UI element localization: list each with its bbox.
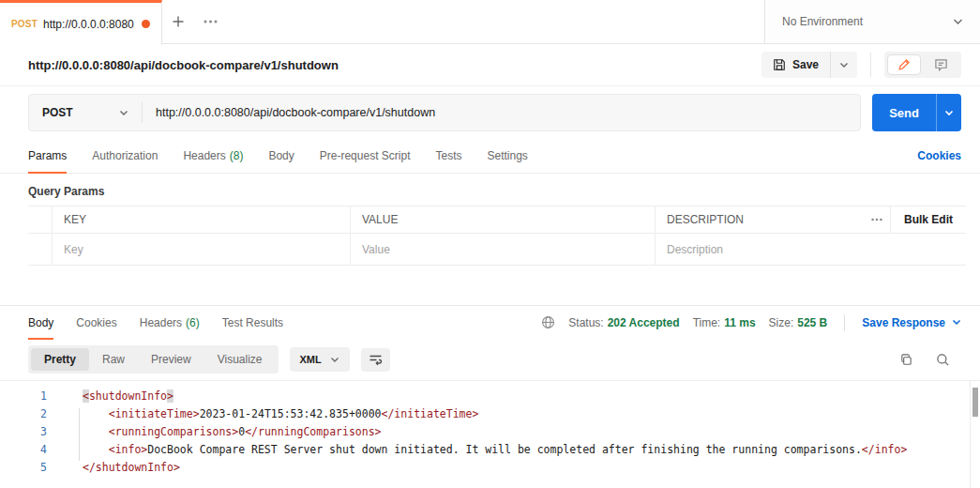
view-pretty-button[interactable]: Pretty xyxy=(31,348,89,371)
tab-options-button[interactable] xyxy=(194,0,226,43)
tab-body[interactable]: Body xyxy=(268,139,294,173)
url-input[interactable] xyxy=(143,95,860,130)
save-response-button[interactable]: Save Response xyxy=(862,316,961,329)
response-tab-headers[interactable]: Headers(6) xyxy=(140,306,200,339)
status-badge: Status: 202 Accepted xyxy=(568,316,679,329)
query-params-table: KEY VALUE DESCRIPTION Bulk Edit xyxy=(28,206,966,266)
params-menu-button[interactable] xyxy=(863,206,891,233)
bulk-edit-button[interactable]: Bulk Edit xyxy=(891,206,966,233)
indent-guide xyxy=(79,408,80,461)
param-value-input[interactable] xyxy=(362,243,643,256)
headers-count: (8) xyxy=(230,149,244,162)
unsaved-changes-dot xyxy=(142,20,150,28)
tab-params[interactable]: Params xyxy=(28,139,67,173)
copy-icon xyxy=(899,353,913,367)
request-tab[interactable]: POST http://0.0.0.0:8080/ap xyxy=(0,0,162,45)
chevron-down-icon xyxy=(944,110,954,116)
table-row xyxy=(28,234,966,266)
save-response-label: Save Response xyxy=(862,316,945,329)
comment-button[interactable] xyxy=(924,54,958,75)
status-label: Status: xyxy=(568,316,603,329)
tab-tests[interactable]: Tests xyxy=(435,139,461,173)
edit-comment-group xyxy=(884,52,961,78)
globe-icon[interactable] xyxy=(541,315,555,329)
size-badge: Size: 525 B xyxy=(769,316,828,329)
tab-label: Tests xyxy=(435,149,461,162)
scrollbar-thumb[interactable] xyxy=(972,388,978,417)
tab-label: Body xyxy=(268,149,294,162)
response-meta-bar: Body Cookies Headers(6) Test Results Sta… xyxy=(0,305,980,339)
row-handle-cell xyxy=(28,206,53,233)
response-toolbar: Pretty Raw Preview Visualize XML xyxy=(0,339,980,380)
search-response-button[interactable] xyxy=(936,353,950,367)
time-badge: Time: 11 ms xyxy=(693,316,756,329)
view-preview-button[interactable]: Preview xyxy=(138,348,204,371)
tab-label: Params xyxy=(28,149,67,162)
request-builder-row: POST Send xyxy=(0,86,980,139)
tab-method-label: POST xyxy=(11,19,38,29)
status-value: 202 Accepted xyxy=(608,316,680,329)
divider xyxy=(970,381,971,488)
divider xyxy=(870,53,871,77)
wrap-text-icon xyxy=(369,354,383,366)
request-title-row: http://0.0.0.0:8080/api/docbook-compare/… xyxy=(0,44,980,86)
tab-headers[interactable]: Headers(8) xyxy=(183,139,243,173)
response-body-editor[interactable]: 12345 <shutdownInfo> <initiateTime>2023-… xyxy=(0,380,980,488)
tab-pre-request-script[interactable]: Pre-request Script xyxy=(320,139,411,173)
row-handle-cell xyxy=(28,234,53,265)
pencil-icon xyxy=(897,58,911,71)
time-label: Time: xyxy=(693,316,721,329)
search-icon xyxy=(936,353,950,367)
code-gutter: 12345 xyxy=(0,388,58,488)
wrap-text-button[interactable] xyxy=(361,348,390,372)
response-tab-body[interactable]: Body xyxy=(28,306,53,339)
cookies-link[interactable]: Cookies xyxy=(917,149,961,162)
method-label: POST xyxy=(42,106,73,119)
send-button-label: Send xyxy=(889,106,919,120)
tab-label: Headers xyxy=(183,149,225,162)
format-select[interactable]: XML xyxy=(290,347,350,372)
save-options-button[interactable] xyxy=(831,55,857,75)
param-key-input[interactable] xyxy=(64,243,339,256)
chevron-down-icon xyxy=(119,110,128,116)
page-title: http://0.0.0.0:8080/api/docbook-compare/… xyxy=(28,58,339,72)
column-header-value: VALUE xyxy=(351,206,656,233)
time-value: 11 ms xyxy=(724,316,755,329)
response-tab-test-results[interactable]: Test Results xyxy=(222,306,283,339)
send-options-button[interactable] xyxy=(936,94,961,131)
save-button-label: Save xyxy=(792,58,819,71)
environment-selector[interactable]: No Environment xyxy=(764,0,980,43)
save-button-group: Save xyxy=(761,52,857,78)
save-button[interactable]: Save xyxy=(761,52,830,78)
request-tabs: Params Authorization Headers(8) Body Pre… xyxy=(0,139,980,174)
response-headers-count: (6) xyxy=(186,316,200,329)
tab-label: Settings xyxy=(488,149,528,162)
view-raw-button[interactable]: Raw xyxy=(89,348,138,371)
chevron-down-icon xyxy=(953,18,963,25)
copy-response-button[interactable] xyxy=(899,353,913,367)
code-lines: <shutdownInfo> <initiateTime>2023-01-24T… xyxy=(83,388,980,477)
send-button-group: Send xyxy=(872,94,961,131)
tab-settings[interactable]: Settings xyxy=(488,139,528,173)
format-label: XML xyxy=(300,354,322,365)
url-box: POST xyxy=(28,94,861,131)
chevron-down-icon xyxy=(952,319,961,326)
size-label: Size: xyxy=(769,316,794,329)
more-dots-icon xyxy=(871,218,882,221)
query-params-title: Query Params xyxy=(0,174,980,206)
chevron-down-icon xyxy=(839,62,849,69)
param-description-input[interactable] xyxy=(667,243,955,256)
chevron-down-icon xyxy=(330,357,339,363)
send-button[interactable]: Send xyxy=(872,94,936,131)
response-tab-cookies[interactable]: Cookies xyxy=(76,306,116,339)
new-tab-button[interactable] xyxy=(162,0,194,43)
comment-icon xyxy=(934,58,948,71)
tab-authorization[interactable]: Authorization xyxy=(92,139,158,173)
edit-button[interactable] xyxy=(887,54,921,75)
view-visualize-button[interactable]: Visualize xyxy=(204,348,276,371)
spacer xyxy=(0,266,980,305)
tab-label: Headers xyxy=(140,316,182,329)
column-header-key: KEY xyxy=(53,206,351,233)
more-dots-icon xyxy=(204,20,218,23)
method-select[interactable]: POST xyxy=(29,95,142,130)
